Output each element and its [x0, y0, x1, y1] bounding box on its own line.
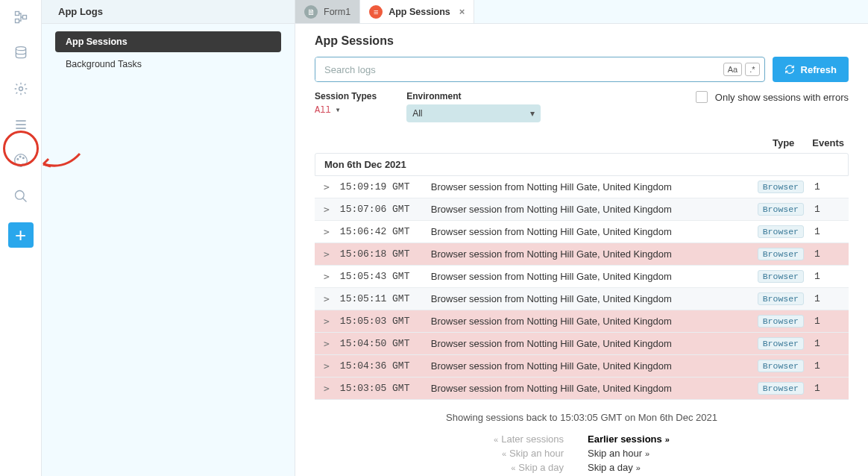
- expand-icon[interactable]: >: [324, 271, 330, 282]
- refresh-label: Refresh: [801, 64, 837, 75]
- expand-icon[interactable]: >: [324, 293, 330, 304]
- expand-icon[interactable]: >: [324, 248, 330, 260]
- earlier-sessions-link[interactable]: Earlier sessions»: [588, 433, 670, 445]
- event-count: 1: [814, 204, 840, 215]
- later-sessions-link[interactable]: «Later sessions: [494, 433, 564, 445]
- log-row[interactable]: >15:04:36 GMTBrowser session from Nottin…: [315, 355, 849, 378]
- svg-line-12: [22, 198, 26, 202]
- search-input[interactable]: [315, 57, 719, 81]
- log-time: 15:09:19 GMT: [340, 181, 421, 192]
- sidebar-header: App Logs: [42, 0, 295, 24]
- col-events: Events: [812, 137, 844, 148]
- svg-point-8: [17, 159, 19, 160]
- event-count: 1: [814, 316, 840, 327]
- environment-value: All: [412, 108, 422, 119]
- tab[interactable]: 🗎Form1: [295, 0, 360, 23]
- type-badge: Browser: [758, 382, 804, 395]
- close-icon[interactable]: ×: [459, 6, 465, 17]
- type-badge: Browser: [758, 360, 804, 372]
- log-row[interactable]: >15:05:03 GMTBrowser session from Nottin…: [315, 310, 849, 333]
- type-badge: Browser: [758, 337, 804, 350]
- list-icon: ≡: [369, 5, 383, 19]
- pagination: «Later sessions «Skip an hour «Skip a da…: [315, 433, 849, 476]
- svg-point-3: [16, 47, 25, 51]
- expand-icon[interactable]: >: [324, 316, 330, 327]
- search-options: Aa .*: [719, 57, 764, 81]
- tab[interactable]: ≡App Sessions×: [360, 0, 474, 23]
- skip-hour-later-link[interactable]: «Skip an hour: [502, 448, 564, 459]
- log-row[interactable]: >15:05:11 GMTBrowser session from Nottin…: [315, 288, 849, 310]
- log-row[interactable]: >15:05:43 GMTBrowser session from Nottin…: [315, 266, 849, 288]
- expand-icon[interactable]: >: [324, 181, 330, 192]
- skip-hour-earlier-link[interactable]: Skip an hour»: [588, 448, 650, 459]
- errors-only-checkbox[interactable]: [696, 91, 708, 103]
- environment-select[interactable]: All ▾: [406, 104, 541, 122]
- expand-icon[interactable]: >: [324, 204, 330, 215]
- tab-label: Form1: [324, 7, 350, 17]
- event-count: 1: [814, 338, 840, 349]
- main-panel: 🗎Form1≡App Sessions× App Sessions Aa .* …: [295, 0, 868, 476]
- search-row: Aa .* Refresh: [315, 57, 849, 82]
- svg-point-4: [19, 87, 22, 91]
- event-count: 1: [814, 226, 840, 237]
- event-count: 1: [814, 383, 840, 394]
- log-row[interactable]: >15:07:06 GMTBrowser session from Nottin…: [315, 198, 849, 221]
- sidebar-list: App SessionsBackground Tasks: [42, 24, 295, 84]
- skip-day-earlier-link[interactable]: Skip a day»: [588, 462, 641, 473]
- refresh-icon: [784, 64, 795, 75]
- type-badge: Browser: [758, 292, 804, 305]
- case-toggle[interactable]: Aa: [723, 63, 742, 76]
- event-count: 1: [814, 181, 840, 192]
- log-rows: >15:09:19 GMTBrowser session from Nottin…: [315, 176, 849, 400]
- log-row[interactable]: >15:06:18 GMTBrowser session from Nottin…: [315, 243, 849, 266]
- log-row[interactable]: >15:03:05 GMTBrowser session from Nottin…: [315, 378, 849, 400]
- search-icon[interactable]: [11, 187, 31, 206]
- add-button[interactable]: +: [8, 222, 34, 248]
- type-badge: Browser: [758, 315, 804, 328]
- sidebar-item[interactable]: Background Tasks: [55, 54, 281, 75]
- database-icon[interactable]: [11, 43, 31, 63]
- tabs-row: 🗎Form1≡App Sessions×: [295, 0, 868, 24]
- svg-rect-1: [15, 19, 19, 23]
- content-area: App Sessions Aa .* Refresh Session Types…: [295, 24, 868, 476]
- chevron-down-icon: ▾: [530, 108, 535, 119]
- environment-label: Environment: [406, 91, 541, 101]
- gear-icon[interactable]: [11, 79, 31, 98]
- log-row[interactable]: >15:04:50 GMTBrowser session from Nottin…: [315, 333, 849, 355]
- expand-icon[interactable]: >: [324, 338, 330, 349]
- log-description: Browser session from Notting Hill Gate, …: [431, 293, 747, 304]
- logs-icon[interactable]: [11, 115, 31, 134]
- sidebar-item[interactable]: App Sessions: [55, 31, 281, 52]
- session-types-select[interactable]: All ▾: [315, 104, 377, 116]
- log-description: Browser session from Notting Hill Gate, …: [431, 248, 747, 260]
- svg-rect-2: [22, 16, 26, 19]
- expand-icon[interactable]: >: [324, 383, 330, 394]
- type-badge: Browser: [758, 225, 804, 238]
- pagination-earlier: Earlier sessions» Skip an hour» Skip a d…: [588, 433, 670, 476]
- log-time: 15:05:11 GMT: [340, 293, 421, 304]
- filters-row: Session Types All ▾ Environment All ▾ On…: [315, 91, 849, 122]
- expand-icon[interactable]: >: [324, 360, 330, 372]
- palette-icon[interactable]: [11, 151, 31, 170]
- tree-icon[interactable]: [11, 7, 31, 27]
- skip-day-later-link[interactable]: «Skip a day: [511, 462, 564, 473]
- col-type: Type: [773, 137, 794, 148]
- regex-toggle[interactable]: .*: [745, 63, 759, 76]
- svg-point-9: [19, 156, 21, 157]
- log-description: Browser session from Notting Hill Gate, …: [431, 181, 747, 192]
- errors-only-filter[interactable]: Only show sessions with errors: [696, 91, 849, 103]
- log-row[interactable]: >15:06:42 GMTBrowser session from Nottin…: [315, 221, 849, 243]
- footer-note: Showing sessions back to 15:03:05 GMT on…: [315, 412, 849, 423]
- errors-only-label: Only show sessions with errors: [715, 92, 849, 103]
- log-description: Browser session from Notting Hill Gate, …: [431, 271, 747, 282]
- session-types-value: All: [315, 105, 331, 116]
- refresh-button[interactable]: Refresh: [773, 57, 849, 82]
- log-description: Browser session from Notting Hill Gate, …: [431, 383, 747, 394]
- event-count: 1: [814, 293, 840, 304]
- log-description: Browser session from Notting Hill Gate, …: [431, 204, 747, 215]
- log-time: 15:07:06 GMT: [340, 204, 421, 215]
- expand-icon[interactable]: >: [324, 226, 330, 237]
- session-types-filter: Session Types All ▾: [315, 91, 377, 116]
- log-row[interactable]: >15:09:19 GMTBrowser session from Nottin…: [315, 176, 849, 198]
- log-description: Browser session from Notting Hill Gate, …: [431, 338, 747, 349]
